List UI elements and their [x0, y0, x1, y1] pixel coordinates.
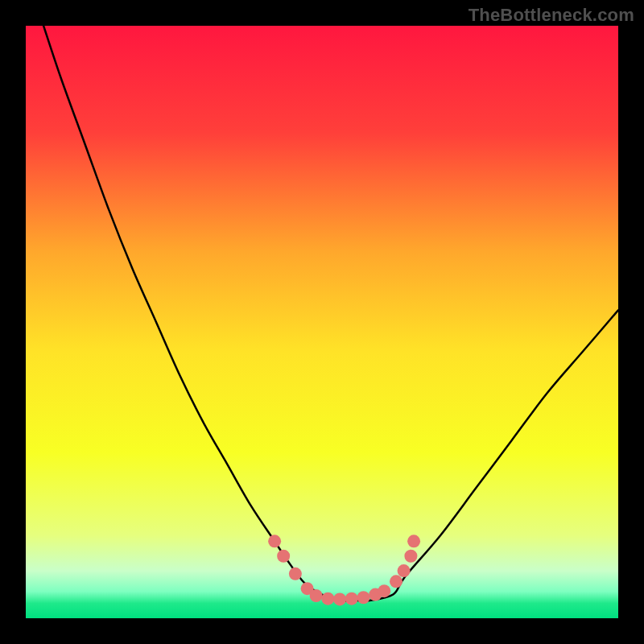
highlight-dot: [398, 564, 411, 577]
highlight-dot: [404, 550, 417, 563]
highlight-dot: [277, 550, 290, 563]
highlight-dot: [378, 584, 390, 597]
highlight-dot: [289, 568, 302, 580]
highlight-dot: [407, 535, 420, 547]
watermark-text: TheBottleneck.com: [469, 5, 634, 26]
highlight-dot: [357, 591, 370, 604]
highlight-dot: [390, 575, 402, 588]
highlight-dot: [321, 592, 334, 605]
gradient-background: [26, 26, 618, 618]
plot-area: [26, 26, 618, 618]
highlight-dot: [345, 592, 358, 605]
highlight-dot: [310, 589, 323, 602]
highlight-dot: [333, 592, 346, 605]
highlight-dot: [268, 535, 281, 547]
chart-svg: [26, 26, 618, 618]
chart-frame: TheBottleneck.com: [0, 0, 644, 644]
